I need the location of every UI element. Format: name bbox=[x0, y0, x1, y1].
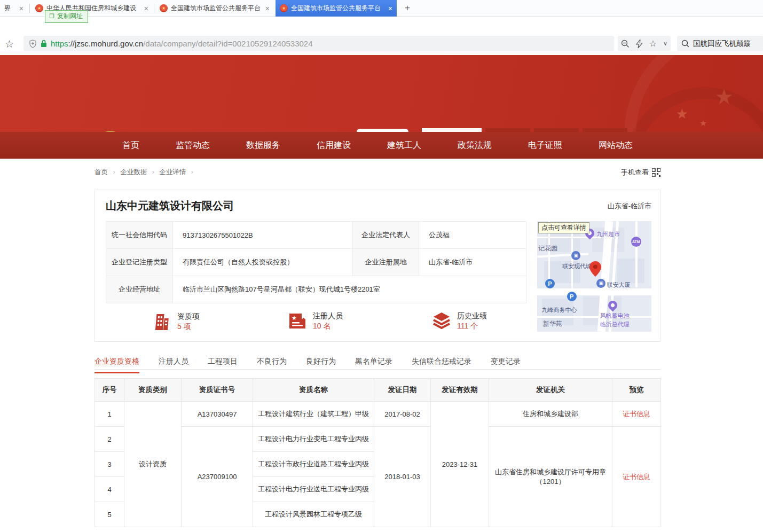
parking-icon: P bbox=[545, 279, 555, 288]
tab-good-behavior[interactable]: 良好行为 bbox=[306, 355, 336, 369]
cert-no: A237009100 bbox=[182, 427, 253, 527]
row-index: 2 bbox=[95, 427, 124, 452]
close-icon[interactable]: × bbox=[388, 5, 392, 12]
company-name: 山东中元建筑设计有限公司 bbox=[106, 199, 234, 213]
row-index: 5 bbox=[95, 502, 124, 527]
nav-item-site-news[interactable]: 网站动态 bbox=[599, 132, 633, 159]
nav-item-home[interactable]: 首页 bbox=[122, 132, 139, 159]
company-location-map[interactable]: 点击可查看详情 九州超市 ATM 记花园 ▣ 联安现代城 ▣ 联安大厦 P P … bbox=[537, 221, 651, 332]
search-icon bbox=[681, 40, 689, 48]
lock-icon bbox=[41, 40, 47, 48]
stat-history-performance: 历史业绩 111 个 bbox=[431, 311, 487, 331]
close-icon[interactable]: × bbox=[144, 5, 148, 12]
stat-label: 资质项 bbox=[177, 311, 200, 322]
tab-dishonesty-records[interactable]: 失信联合惩戒记录 bbox=[412, 355, 471, 369]
national-emblem-icon: ★ bbox=[160, 4, 168, 12]
tab-separator bbox=[154, 4, 154, 13]
breadcrumb: 首页 › 企业数据 › 企业详情 › 手机查看 bbox=[95, 168, 660, 179]
reg-type-value: 有限责任公司（自然人投资或控股） bbox=[173, 249, 353, 276]
tab-separator bbox=[29, 4, 30, 13]
url-host: ://jzsc.mohurd.gov.cn bbox=[68, 39, 144, 48]
building-poi-icon: ▣ bbox=[596, 279, 605, 288]
table-row: 1 设计资质 A137030497 工程设计建筑行业（建筑工程）甲级 2017-… bbox=[95, 402, 661, 427]
qual-name: 工程设计建筑行业（建筑工程）甲级 bbox=[253, 402, 374, 427]
search-tab-credit[interactable]: 诚信记录 bbox=[583, 128, 627, 132]
zoom-out-icon[interactable] bbox=[621, 40, 630, 48]
nav-item-e-license[interactable]: 电子证照 bbox=[528, 132, 562, 159]
stat-value[interactable]: 10 名 bbox=[313, 321, 343, 331]
tab-projects[interactable]: 工程项目 bbox=[208, 355, 238, 369]
table-row: 统一社会信用代码 91371302675501022B 企业法定代表人 公茂福 bbox=[106, 222, 526, 249]
qr-code-icon bbox=[652, 168, 660, 177]
company-region: 山东省-临沂市 bbox=[608, 201, 651, 211]
national-emblem-icon: ★ bbox=[35, 4, 43, 12]
address-bar-row: ☆ https://jzsc.mohurd.gov.cn/data/compan… bbox=[0, 17, 763, 37]
search-tab-enterprise[interactable]: 建设工程企业 bbox=[422, 128, 482, 132]
nav-item-supervision[interactable]: 监管动态 bbox=[176, 132, 210, 159]
stat-qualifications: 资质项 5 项 bbox=[153, 311, 200, 332]
browser-news-search[interactable]: 国航回应飞机颠簸 bbox=[677, 36, 763, 51]
qual-name: 工程设计电力行业送电工程专业丙级 bbox=[253, 477, 374, 502]
stat-value[interactable]: 5 项 bbox=[177, 322, 200, 332]
map-label-jiufeng: 九峰商务中心 bbox=[542, 306, 577, 314]
tab-title: 界 bbox=[4, 4, 16, 13]
map-label-lianan-modern-city: 联安现代城 bbox=[562, 262, 592, 270]
bookmark-star-icon[interactable]: ☆ bbox=[5, 38, 14, 50]
site-header: ★ ★ ★ ★ 中华人民共和国住房和城乡建设部 www.mohurd.gov.c… bbox=[0, 55, 763, 132]
star-icon[interactable]: ☆ bbox=[649, 38, 657, 49]
url-scheme: https bbox=[51, 39, 68, 48]
breadcrumb-home[interactable]: 首页 bbox=[95, 168, 108, 176]
new-tab-button[interactable]: + bbox=[402, 3, 413, 14]
certificate-info-link[interactable]: 证书信息 bbox=[623, 473, 650, 481]
close-icon[interactable]: × bbox=[265, 5, 270, 12]
nav-item-workers[interactable]: 建筑工人 bbox=[387, 132, 421, 159]
tab-registered-personnel[interactable]: 注册人员 bbox=[159, 355, 188, 369]
copy-url-tooltip: ❐ 复制网址 bbox=[45, 10, 88, 23]
stat-label: 注册人员 bbox=[313, 311, 343, 321]
stat-value[interactable]: 111 个 bbox=[457, 321, 487, 331]
building-icon bbox=[153, 311, 172, 332]
browser-tab-partial[interactable]: 界 × bbox=[0, 0, 28, 17]
mobile-view-button[interactable]: 手机查看 bbox=[621, 168, 660, 177]
building-poi-icon: ▣ bbox=[571, 251, 580, 260]
nav-item-credit[interactable]: 信用建设 bbox=[317, 132, 351, 159]
col-preview: 预览 bbox=[612, 379, 661, 402]
col-index: 序号 bbox=[95, 379, 124, 402]
search-tab-personnel[interactable]: 从业人员 bbox=[485, 128, 530, 132]
breadcrumb-company-data[interactable]: 企业数据 bbox=[120, 168, 147, 176]
qual-name: 工程设计风景园林工程专项乙级 bbox=[253, 502, 374, 527]
table-row: 企业登记注册类型 有限责任公司（自然人投资或控股） 企业注册属地 山东省-临沂市 bbox=[106, 249, 526, 276]
tab-title: 全国建筑市场监管公共服务平台 bbox=[171, 4, 262, 13]
nav-item-policy[interactable]: 政策法规 bbox=[458, 132, 492, 159]
tab-change-records[interactable]: 变更记录 bbox=[491, 355, 521, 369]
qual-category: 设计资质 bbox=[124, 402, 182, 527]
header-search-module: 建设工程企业 从业人员 建设项目 诚信记录 搜索 bbox=[422, 128, 660, 132]
tab-qualifications[interactable]: 企业资质资格 bbox=[95, 355, 139, 369]
map-tooltip: 点击可查看详情 bbox=[538, 222, 589, 233]
breadcrumb-separator: › bbox=[152, 168, 154, 176]
chevron-down-icon[interactable]: ∨ bbox=[663, 40, 667, 47]
close-icon[interactable]: × bbox=[19, 5, 23, 12]
tab-blacklist[interactable]: 黑名单记录 bbox=[355, 355, 392, 369]
browser-tab-active[interactable]: ★ 全国建筑市场监管公共服务平台 × bbox=[276, 0, 397, 17]
map-label-garden: 记花园 bbox=[538, 244, 557, 253]
authority: 住房和城乡建设部 bbox=[489, 402, 612, 427]
authority: 山东省住房和城乡建设厅许可专用章（1201） bbox=[489, 427, 612, 527]
lightning-icon[interactable] bbox=[636, 40, 643, 48]
map-label-linyi-agent: 临沂总代理 bbox=[600, 320, 630, 328]
search-tab-project[interactable]: 建设项目 bbox=[534, 128, 579, 132]
col-authority: 发证机关 bbox=[489, 379, 612, 402]
map-label-supermarket: 九州超市 bbox=[596, 230, 620, 238]
address-label: 企业经营地址 bbox=[106, 276, 173, 303]
col-category: 资质类别 bbox=[124, 379, 182, 402]
reg-type-label: 企业登记注册类型 bbox=[106, 249, 173, 276]
certificate-info-link[interactable]: 证书信息 bbox=[623, 410, 650, 418]
breadcrumb-separator: › bbox=[191, 168, 193, 176]
address-bar[interactable]: https://jzsc.mohurd.gov.cn/data/company/… bbox=[23, 36, 614, 51]
credit-code-value: 91371302675501022B bbox=[173, 222, 353, 249]
legal-rep-value: 公茂福 bbox=[419, 222, 526, 249]
browser-tab-jzsc-1[interactable]: ★ 全国建筑市场监管公共服务平台 × bbox=[155, 0, 274, 17]
nav-item-data-service[interactable]: 数据服务 bbox=[246, 132, 280, 159]
tab-bad-behavior[interactable]: 不良行为 bbox=[257, 355, 287, 369]
breadcrumb-company-detail[interactable]: 企业详情 bbox=[159, 168, 186, 176]
